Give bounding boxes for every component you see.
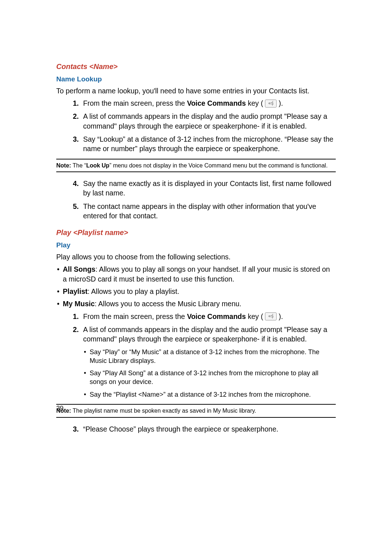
step-body: A list of commands appears in the displa… [83, 325, 336, 344]
intro-text: Play allows you to choose from the follo… [56, 252, 336, 262]
step-number: 1. [56, 98, 83, 108]
note-text: The playlist name must be spoken exactly… [71, 408, 256, 414]
text: key ( [246, 99, 263, 107]
sub-bullet-item: Say “Play” or “My Music” at a distance o… [83, 348, 336, 365]
step-item: 3. “Please Choose” plays through the ear… [56, 424, 336, 434]
bullet-item: All Songs: Allows you to play all songs … [56, 264, 336, 284]
bullet-text: : Allows you to play a playlist. [87, 287, 179, 295]
step-number: 2. [56, 325, 83, 344]
steps-list-play: 1. From the main screen, press the Voice… [56, 312, 336, 344]
step-body: The contact name appears in the display … [83, 202, 336, 221]
text: From the main screen, press the [83, 312, 187, 320]
step-body: A list of commands appears in the displa… [83, 112, 336, 131]
steps-list-play-3: 3. “Please Choose” plays through the ear… [56, 424, 336, 434]
step-body: From the main screen, press the Voice Co… [83, 98, 336, 108]
note-block: Note: The playlist name must be spoken e… [56, 404, 336, 418]
bullet-item: Playlist: Allows you to play a playlist. [56, 287, 336, 296]
note-bold: Look Up [86, 162, 109, 169]
step-item: 1. From the main screen, press the Voice… [56, 98, 336, 108]
voice-command-key-icon: «ṣ́ [265, 312, 277, 320]
note-label: Note: [56, 162, 71, 169]
page-number: 39 [56, 404, 64, 413]
step-body: Say “Lookup” at a distance of 3-12 inche… [83, 134, 336, 154]
note-pre: The “ [71, 162, 86, 169]
step-item: 1. From the main screen, press the Voice… [56, 312, 336, 321]
bullet-text: : Allows you to play all songs on your h… [63, 265, 330, 283]
section-subheading-play: Play [56, 240, 336, 250]
step-item: 2. A list of commands appears in the dis… [56, 325, 336, 344]
voice-command-key-icon: «ṣ́ [265, 100, 277, 108]
note-block: Note: The “Look Up” menu does not displa… [56, 159, 336, 173]
bullet-bold: My Music [63, 300, 95, 308]
step-number: 3. [56, 424, 83, 434]
step-body: “Please Choose” plays through the earpie… [83, 424, 336, 434]
sub-options-bullets: Say “Play” or “My Music” at a distance o… [83, 348, 336, 399]
bold-term: Voice Commands [187, 99, 246, 107]
section-subheading-name-lookup: Name Lookup [56, 74, 336, 84]
note-post: ” menu does not display in the Voice Com… [109, 162, 327, 169]
section-heading-play: Play <Playlist name> [56, 228, 336, 238]
steps-list-b: 4. Say the name exactly as it is display… [56, 179, 336, 221]
step-item: 4. Say the name exactly as it is display… [56, 179, 336, 198]
bullet-bold: Playlist [63, 287, 87, 295]
step-item: 5. The contact name appears in the displ… [56, 202, 336, 221]
text: ). [279, 99, 283, 107]
step-number: 3. [56, 134, 83, 154]
section-heading-contacts: Contacts <Name> [56, 62, 336, 72]
options-bullets: All Songs: Allows you to play all songs … [56, 264, 336, 308]
manual-page: Contacts <Name> Name Lookup To perform a… [0, 0, 392, 542]
steps-list-a: 1. From the main screen, press the Voice… [56, 98, 336, 154]
step-number: 5. [56, 202, 83, 221]
step-item: 3. Say “Lookup” at a distance of 3-12 in… [56, 134, 336, 154]
step-number: 1. [56, 312, 83, 321]
text: key ( [246, 312, 263, 320]
text: ). [279, 312, 283, 320]
step-body: Say the name exactly as it is displayed … [83, 179, 336, 198]
bullet-text: : Allows you to access the Music Library… [95, 300, 241, 308]
step-item: 2. A list of commands appears in the dis… [56, 112, 336, 131]
sub-bullet-item: Say the “Playlist <Name>” at a distance … [83, 390, 336, 399]
bold-term: Voice Commands [187, 312, 246, 320]
bullet-item: My Music: Allows you to access the Music… [56, 299, 336, 308]
step-number: 4. [56, 179, 83, 198]
sub-bullet-item: Say “Play All Song” at a distance of 3-1… [83, 369, 336, 387]
step-number: 2. [56, 112, 83, 131]
text: From the main screen, press the [83, 99, 187, 107]
bullet-bold: All Songs [63, 265, 95, 273]
intro-text: To perform a name lookup, you'll need to… [56, 86, 336, 96]
step-body: From the main screen, press the Voice Co… [83, 312, 336, 321]
